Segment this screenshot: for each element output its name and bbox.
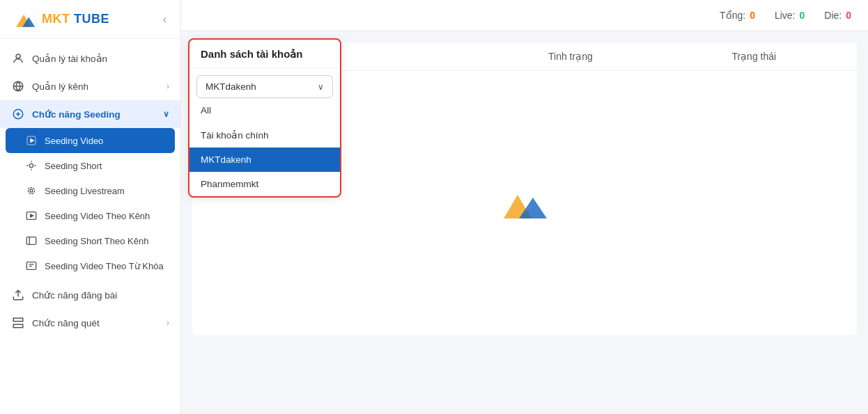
logo: MKT TUBE [11, 7, 109, 32]
dropdown-select-button[interactable]: MKTdakenh ∨ [196, 75, 333, 98]
stats-header: Tổng: 0 Live: 0 Die: 0 [181, 0, 868, 31]
livestream-icon [25, 184, 38, 197]
sidebar-item-label: Chức năng Seeding [32, 109, 156, 120]
tong-value: 0 [750, 10, 755, 21]
chevron-right-icon: › [166, 81, 169, 91]
table-header-trang-thai: Trạng thái [662, 51, 846, 62]
sidebar-subitem-seeding-video-theo-kenh[interactable]: Seeding Video Theo Kênh [0, 203, 180, 228]
sidebar-subitem-seeding-video[interactable]: Seeding Video [6, 128, 175, 153]
user-icon [11, 51, 25, 65]
dropdown-option-mktdakenh[interactable]: MKTdakenh [189, 148, 340, 172]
die-label: Die: [824, 10, 842, 21]
scan-icon [11, 316, 25, 330]
dropdown-selected-value: MKTdakenh [206, 81, 256, 92]
live-label: Live: [775, 10, 796, 21]
sidebar-subitem-label: Seeding Video Theo Từ Khóa [45, 261, 164, 271]
short-channel-icon [25, 234, 38, 247]
tong-label: Tổng: [720, 10, 745, 21]
live-value: 0 [800, 10, 805, 21]
sidebar-item-label: Chức năng đăng bài [32, 289, 169, 301]
chevron-down-icon: ∨ [318, 82, 324, 92]
stat-die: Die: 0 [824, 10, 851, 21]
table-header-tinh-trang: Tinh trạng [479, 51, 662, 62]
short-icon [25, 159, 38, 172]
svg-marker-12 [31, 214, 33, 217]
upload-icon [11, 288, 25, 302]
sidebar-collapse-button[interactable]: ‹ [160, 10, 169, 29]
globe-icon [11, 79, 25, 93]
play-icon [25, 134, 38, 147]
sidebar-item-quan-ly-kenh[interactable]: Quản lý kênh › [0, 72, 180, 100]
dropdown-option-phanmemmkt[interactable]: Phanmemmkt [189, 172, 340, 196]
sidebar: MKT TUBE ‹ Quản lý tài khoản Quản lý kên… [0, 0, 181, 414]
sidebar-subitem-label: Seeding Video Theo Kênh [45, 211, 150, 221]
sidebar-header: MKT TUBE ‹ [0, 0, 180, 39]
dropdown-options-list: All Tài khoản chính MKTdakenh Phanmemmkt [189, 98, 340, 196]
sidebar-subitem-seeding-short[interactable]: Seeding Short [0, 153, 180, 178]
svg-point-9 [30, 189, 33, 192]
die-value: 0 [846, 10, 851, 21]
stat-live: Live: 0 [775, 10, 805, 21]
main-body: Danh sách tài khoản MKTdakenh ∨ All Tài … [181, 31, 868, 414]
video-channel-icon [25, 209, 38, 222]
sidebar-subitem-label: Seeding Video [45, 136, 103, 146]
main-content: Tổng: 0 Live: 0 Die: 0 Danh sách tài kho… [181, 0, 868, 414]
sidebar-item-chuc-nang-dang-bai[interactable]: Chức năng đăng bài [0, 281, 180, 309]
dropdown-option-all[interactable]: All [189, 98, 340, 122]
sidebar-item-label: Chức năng quét [32, 317, 160, 328]
sidebar-item-label: Quản lý kênh [32, 81, 160, 92]
sidebar-subitem-label: Seeding Short Theo Kênh [45, 236, 148, 246]
sidebar-subitem-seeding-short-theo-kenh[interactable]: Seeding Short Theo Kênh [0, 228, 180, 253]
svg-point-2 [16, 54, 20, 58]
sidebar-subitem-label: Seeding Livestream [45, 186, 125, 196]
svg-point-8 [29, 164, 33, 167]
dropdown-title: Danh sách tài khoản [189, 40, 340, 68]
svg-point-10 [28, 187, 34, 193]
svg-rect-13 [26, 237, 36, 245]
keyword-icon [25, 260, 38, 272]
logo-text: MKT TUBE [42, 12, 109, 26]
sidebar-item-quan-ly-tai-khoan[interactable]: Quản lý tài khoản [0, 45, 180, 72]
chevron-right-icon: › [166, 318, 169, 328]
sidebar-subitem-label: Seeding Short [45, 161, 102, 171]
sidebar-item-label: Quản lý tài khoản [32, 53, 169, 64]
sidebar-item-chuc-nang-seeding[interactable]: Chức năng Seeding ∨ [0, 100, 180, 128]
sidebar-subitem-seeding-livestream[interactable]: Seeding Livestream [0, 178, 180, 203]
sidebar-subitem-seeding-video-theo-tu-khoa[interactable]: Seeding Video Theo Từ Khóa [0, 253, 180, 278]
seeding-icon [11, 107, 25, 121]
sidebar-item-chuc-nang-quet[interactable]: Chức năng quét › [0, 309, 180, 337]
stat-tong: Tổng: 0 [720, 10, 755, 21]
chevron-down-icon: ∨ [163, 109, 169, 119]
sidebar-nav: Quản lý tài khoản Quản lý kênh › Chức nă… [0, 39, 180, 414]
dropdown-option-tai-khoan-chinh[interactable]: Tài khoản chính [189, 122, 340, 148]
account-dropdown-card: Danh sách tài khoản MKTdakenh ∨ All Tài … [188, 38, 341, 198]
